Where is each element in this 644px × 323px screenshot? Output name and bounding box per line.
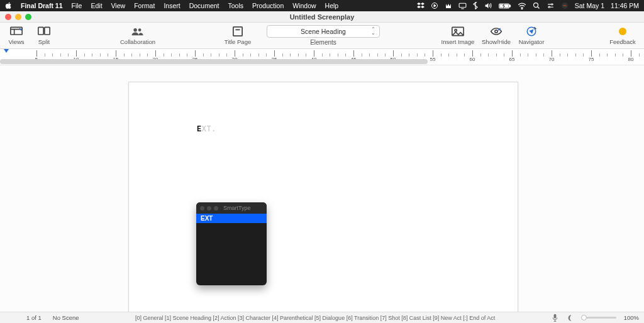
status-hints: [0] General [1] Scene Heading [2] Action… — [91, 315, 540, 321]
svg-point-14 — [138, 28, 142, 31]
smarttype-popup: SmartType EXT — [196, 202, 267, 285]
zoom-slider[interactable] — [581, 317, 616, 319]
svg-point-8 — [548, 6, 550, 8]
views-button[interactable]: Views — [5, 26, 28, 45]
menu-tools[interactable]: Tools — [228, 2, 244, 9]
battery-icon[interactable] — [499, 3, 511, 9]
menu-document[interactable]: Document — [189, 2, 219, 9]
show-hide-label: Show/Hide — [482, 38, 511, 45]
ghost-text: XT. — [202, 125, 216, 134]
bluetooth-icon[interactable] — [473, 2, 478, 9]
ruler-indent-marker[interactable] — [4, 49, 9, 53]
wifi-icon[interactable] — [518, 3, 526, 9]
window-titlebar: Untitled Screenplay — [0, 11, 644, 23]
svg-rect-1 — [459, 3, 466, 8]
status-scene: No Scene — [53, 314, 79, 321]
chevron-updown-icon: ⌃⌄ — [371, 28, 375, 35]
smarttype-title: SmartType — [223, 205, 251, 211]
window-title: Untitled Screenplay — [290, 13, 355, 21]
search-icon[interactable] — [533, 2, 540, 9]
title-page-icon — [232, 26, 243, 37]
image-icon — [452, 26, 464, 37]
volume-icon[interactable] — [484, 2, 492, 9]
play-circle-icon[interactable] — [431, 2, 438, 9]
elements-label: Elements — [310, 39, 336, 46]
svg-rect-15 — [233, 27, 242, 36]
split-icon — [38, 26, 50, 37]
svg-point-7 — [551, 4, 552, 5]
views-label: Views — [8, 38, 24, 45]
control-center-icon[interactable] — [547, 2, 555, 9]
menu-edit[interactable]: Edit — [91, 2, 102, 9]
smarttype-item[interactable]: EXT — [196, 214, 267, 223]
menu-view[interactable]: View — [111, 2, 126, 9]
smarttype-header: SmartType — [196, 202, 267, 214]
collaboration-button[interactable]: Collaboration — [113, 26, 163, 45]
feedback-button[interactable]: Feedback — [606, 26, 639, 45]
popup-min-icon[interactable] — [207, 206, 211, 211]
minimize-window-button[interactable] — [15, 14, 21, 20]
popup-close-icon[interactable] — [200, 206, 204, 211]
svg-point-5 — [521, 8, 523, 9]
element-dropdown[interactable]: Scene Heading ⌃⌄ — [267, 25, 380, 38]
display-icon[interactable] — [458, 2, 467, 9]
page[interactable]: EXT. — [128, 82, 518, 312]
eye-icon — [490, 26, 502, 37]
moon-icon[interactable] — [566, 314, 574, 322]
app-name[interactable]: Final Draft 11 — [21, 2, 63, 9]
svg-rect-12 — [45, 27, 50, 35]
svg-rect-11 — [38, 27, 43, 35]
mac-menu-left: Final Draft 11 File Edit View Format Ins… — [5, 2, 338, 9]
menu-insert[interactable]: Insert — [164, 2, 180, 9]
horizontal-scrollbar[interactable] — [0, 59, 428, 64]
toolbar: Views Split Collaboration Title Page Sce… — [0, 23, 644, 49]
title-page-button[interactable]: Title Page — [220, 26, 255, 45]
mic-icon[interactable] — [552, 314, 558, 322]
collaboration-icon — [131, 26, 145, 37]
insert-image-label: Insert Image — [441, 38, 475, 45]
element-dropdown-value: Scene Heading — [301, 28, 346, 35]
ruler-area: 5101520253035404550556065707580 — [0, 49, 644, 65]
menubar-date[interactable]: Sat May 1 — [575, 2, 604, 9]
show-hide-button[interactable]: Show/Hide — [479, 26, 514, 45]
svg-point-13 — [133, 28, 137, 32]
dropbox-icon[interactable] — [417, 2, 425, 9]
malware-icon[interactable] — [445, 2, 452, 9]
scene-heading-text[interactable]: EXT. — [197, 125, 216, 134]
navigator-label: Navigator — [519, 38, 545, 45]
split-label: Split — [38, 38, 50, 45]
svg-point-6 — [533, 3, 538, 8]
menu-help[interactable]: Help — [325, 2, 339, 9]
svg-rect-3 — [509, 5, 510, 7]
status-page: 1 of 1 — [26, 314, 42, 321]
navigator-button[interactable]: Navigator — [514, 26, 549, 45]
title-page-label: Title Page — [225, 38, 251, 45]
menu-production[interactable]: Production — [252, 2, 284, 9]
svg-point-17 — [455, 30, 457, 31]
typed-text: E — [197, 125, 202, 134]
popup-zoom-icon[interactable] — [214, 206, 218, 211]
svg-point-20 — [619, 28, 626, 35]
menubar-time[interactable]: 11:46 PM — [611, 2, 639, 9]
mac-menubar: Final Draft 11 File Edit View Format Ins… — [0, 0, 644, 11]
siri-icon[interactable] — [561, 2, 569, 9]
canvas-area: EXT. SmartType EXT — [0, 65, 644, 312]
compass-icon — [526, 26, 537, 37]
mac-menu-right: Sat May 1 11:46 PM — [417, 2, 639, 9]
menu-window[interactable]: Window — [292, 2, 316, 9]
zoom-value: 100% — [624, 314, 639, 321]
apple-icon[interactable] — [5, 2, 12, 9]
zoom-window-button[interactable] — [25, 14, 31, 20]
zoom-thumb[interactable] — [581, 315, 587, 320]
menu-format[interactable]: Format — [134, 2, 155, 9]
split-button[interactable]: Split — [33, 26, 55, 45]
insert-image-button[interactable]: Insert Image — [437, 26, 479, 45]
menu-file[interactable]: File — [72, 2, 82, 9]
svg-rect-21 — [553, 314, 556, 319]
feedback-icon — [618, 26, 628, 37]
traffic-lights — [5, 14, 31, 20]
close-window-button[interactable] — [5, 14, 11, 20]
views-icon — [10, 26, 23, 37]
feedback-label: Feedback — [609, 38, 636, 45]
status-right: 100% — [552, 314, 639, 322]
